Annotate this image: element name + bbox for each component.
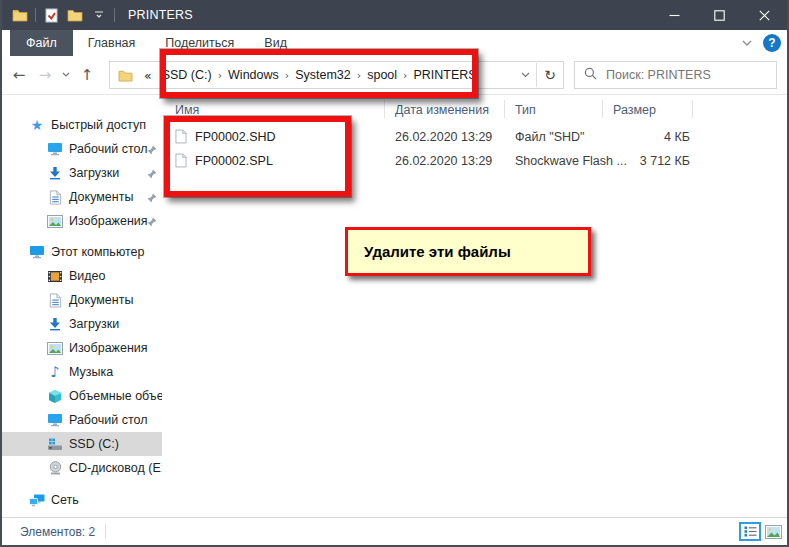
sidebar-item-documents[interactable]: Документы <box>2 185 162 209</box>
sidebar-item-desktop[interactable]: Рабочий стол <box>2 137 162 161</box>
star-icon: ★ <box>28 117 46 133</box>
help-icon[interactable]: ? <box>763 34 781 52</box>
sidebar-item-ssd-c[interactable]: SSD (C:) <box>2 432 162 456</box>
tab-file[interactable]: Файл <box>10 30 73 56</box>
download-icon <box>46 317 64 331</box>
close-button[interactable] <box>742 0 787 30</box>
app-folder-icon <box>10 4 30 26</box>
sidebar-item-videos[interactable]: Видео <box>2 264 162 288</box>
minimize-icon <box>669 10 680 21</box>
document-icon <box>46 190 64 205</box>
monitor-icon <box>46 142 64 156</box>
sidebar-item-cd-drive-e[interactable]: CD-дисковод (E:) <box>2 456 162 480</box>
items-count: Элементов: 2 <box>20 525 95 539</box>
ribbon-tabs: Файл Главная Поделиться Вид <box>2 30 787 56</box>
minimize-button[interactable] <box>652 0 697 30</box>
sidebar-item-pictures[interactable]: Изображения <box>2 336 162 360</box>
properties-icon[interactable] <box>41 4 61 26</box>
column-header-modified[interactable]: Дата изменения <box>395 103 489 117</box>
breadcrumb-segment[interactable]: spool <box>362 68 402 82</box>
qat-chevron-down-icon[interactable] <box>89 4 109 26</box>
tab-home[interactable]: Главная <box>73 30 151 56</box>
picture-icon <box>46 215 64 228</box>
pin-icon <box>147 216 157 230</box>
large-icons-view-icon <box>765 525 782 539</box>
sidebar-item-pictures[interactable]: Изображения <box>2 209 162 233</box>
sidebar-item-this-pc[interactable]: Этот компьютер <box>2 240 162 264</box>
tab-view[interactable]: Вид <box>249 30 302 56</box>
search-input[interactable] <box>604 67 776 83</box>
details-view-icon <box>744 526 757 537</box>
quick-access-toolbar <box>41 4 109 26</box>
sidebar-item-music[interactable]: ♪ Музыка <box>2 360 162 384</box>
maximize-button[interactable] <box>697 0 742 30</box>
file-icon <box>175 129 187 147</box>
download-icon <box>46 166 64 180</box>
breadcrumb-segment[interactable]: System32 <box>290 68 356 82</box>
tab-share[interactable]: Поделиться <box>150 30 249 56</box>
address-folder-icon <box>116 69 134 82</box>
recent-locations-chevron-icon[interactable] <box>58 61 74 89</box>
forward-button[interactable]: → <box>32 61 58 89</box>
cube-icon <box>46 389 64 404</box>
address-dropdown-chevron-icon[interactable] <box>514 72 536 78</box>
sidebar-item-3d-objects[interactable]: Объемные объекты <box>2 384 162 408</box>
search-icon <box>584 67 597 83</box>
navigation-pane: ★ Быстрый доступ Рабочий стол Загрузки Д… <box>2 95 162 517</box>
sidebar-item-documents[interactable]: Документы <box>2 288 162 312</box>
network-icon <box>28 494 46 507</box>
computer-icon <box>28 245 46 259</box>
breadcrumb-prefix: « <box>139 68 157 83</box>
monitor-icon <box>46 413 64 427</box>
up-button[interactable]: ↑ <box>74 61 100 89</box>
navigation-toolbar: ← → ↑ « SSD (C:) › Windows › System32 › … <box>2 56 787 95</box>
explorer-window: PRINTERS Файл Главная Поделиться Вид ? ←… <box>0 0 789 547</box>
pin-icon <box>147 144 157 158</box>
breadcrumb-segment[interactable]: SSD (C:) <box>157 68 217 82</box>
column-header-type[interactable]: Тип <box>515 103 536 117</box>
ribbon-collapse-chevron-icon[interactable] <box>741 36 753 50</box>
breadcrumb-segment[interactable]: Windows <box>223 68 284 82</box>
large-icons-view-button[interactable] <box>764 524 782 539</box>
status-bar: Элементов: 2 <box>2 517 787 545</box>
new-folder-icon[interactable] <box>65 4 85 26</box>
drive-icon <box>46 438 64 451</box>
file-row[interactable]: FP00002.SHD 26.02.2020 13:29 Файл "SHD" … <box>162 126 781 149</box>
sidebar-item-quick-access[interactable]: ★ Быстрый доступ <box>2 113 162 137</box>
close-icon <box>759 10 770 21</box>
picture-icon <box>46 342 64 355</box>
file-row[interactable]: FP00002.SPL 26.02.2020 13:29 Shockwave F… <box>162 150 781 173</box>
sidebar-item-desktop[interactable]: Рабочий стол <box>2 408 162 432</box>
titlebar: PRINTERS <box>2 0 787 30</box>
sidebar-item-downloads[interactable]: Загрузки <box>2 161 162 185</box>
file-list: Имя Дата изменения Тип Размер FP00002.SH… <box>162 95 787 517</box>
search-box[interactable] <box>574 61 777 89</box>
sidebar-item-downloads[interactable]: Загрузки <box>2 312 162 336</box>
breadcrumb-segment[interactable]: PRINTERS <box>408 68 481 82</box>
file-icon <box>175 153 187 171</box>
document-icon <box>46 293 64 308</box>
maximize-icon <box>714 10 725 21</box>
pin-icon <box>147 192 157 206</box>
details-view-button[interactable] <box>739 522 761 541</box>
pin-icon <box>147 168 157 182</box>
music-note-icon: ♪ <box>46 363 64 381</box>
column-header-size[interactable]: Размер <box>613 103 656 117</box>
cd-icon <box>46 461 64 475</box>
video-icon <box>46 270 64 283</box>
column-header-name[interactable]: Имя <box>175 103 199 117</box>
sidebar-item-network[interactable]: Сеть <box>2 488 162 512</box>
back-button[interactable]: ← <box>6 61 32 89</box>
window-title: PRINTERS <box>128 8 193 22</box>
address-bar[interactable]: « SSD (C:) › Windows › System32 › spool … <box>109 61 564 89</box>
refresh-button[interactable]: ↻ <box>537 67 563 83</box>
